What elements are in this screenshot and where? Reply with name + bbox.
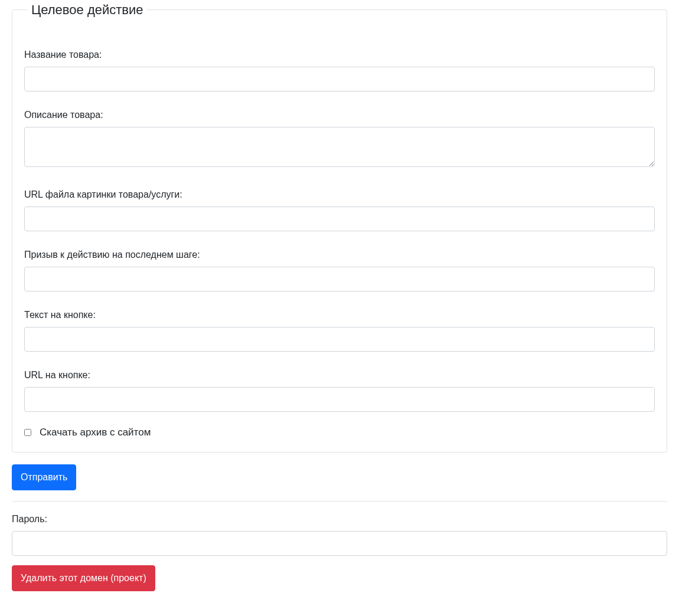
password-label: Пароль: xyxy=(12,512,667,526)
cta-last-step-group: Призыв к действию на последнем шаге: xyxy=(24,248,655,291)
button-url-group: URL на кнопке: xyxy=(24,368,655,412)
image-url-label: URL файла картинки товара/услуги: xyxy=(24,188,655,202)
divider xyxy=(12,501,667,502)
delete-domain-button[interactable]: Удалить этот домен (проект) xyxy=(12,565,155,591)
download-archive-group: Скачать архив с сайтом xyxy=(24,425,655,440)
button-url-input[interactable] xyxy=(24,387,655,412)
product-description-input[interactable] xyxy=(24,127,655,167)
password-input[interactable] xyxy=(12,531,667,556)
download-archive-checkbox[interactable] xyxy=(24,429,31,436)
submit-button[interactable]: Отправить xyxy=(12,464,76,490)
button-text-label: Текст на кнопке: xyxy=(24,308,655,322)
target-action-fieldset: Целевое действие Название товара: Описан… xyxy=(12,0,667,453)
button-text-input[interactable] xyxy=(24,327,655,352)
button-url-label: URL на кнопке: xyxy=(24,368,655,382)
image-url-group: URL файла картинки товара/услуги: xyxy=(24,188,655,231)
fieldset-legend: Целевое действие xyxy=(28,0,147,19)
button-text-group: Текст на кнопке: xyxy=(24,308,655,352)
product-name-input[interactable] xyxy=(24,67,655,91)
cta-last-step-label: Призыв к действию на последнем шаге: xyxy=(24,248,655,262)
cta-last-step-input[interactable] xyxy=(24,267,655,291)
password-group: Пароль: xyxy=(12,512,667,556)
download-archive-label: Скачать архив с сайтом xyxy=(40,425,151,440)
product-description-label: Описание товара: xyxy=(24,108,655,122)
product-description-group: Описание товара: xyxy=(24,108,655,171)
product-name-label: Название товара: xyxy=(24,48,655,62)
image-url-input[interactable] xyxy=(24,207,655,231)
product-name-group: Название товара: xyxy=(24,48,655,91)
